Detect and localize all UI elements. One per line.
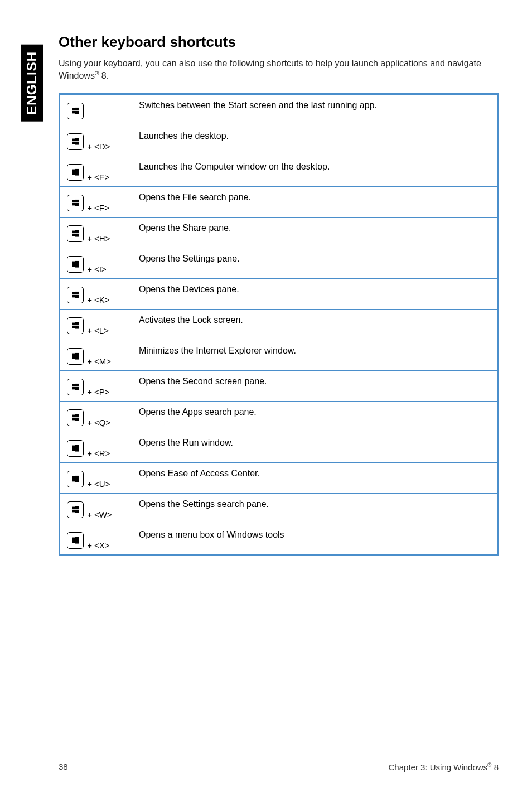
table-row: + <H>Opens the Share pane. xyxy=(60,217,498,248)
shortcut-description-cell: Opens the Settings search pane. xyxy=(132,493,498,524)
svg-rect-9 xyxy=(75,168,79,171)
shortcut-key-suffix: + <H> xyxy=(85,234,110,243)
windows-key-icon xyxy=(67,532,84,549)
svg-rect-28 xyxy=(72,322,75,325)
svg-rect-14 xyxy=(72,202,75,205)
table-row: + <E>Launches the Computer window on the… xyxy=(60,156,498,186)
windows-key-icon xyxy=(67,317,84,334)
shortcut-key-cell: + <F> xyxy=(60,186,132,217)
table-row: + <K>Opens the Devices pane. xyxy=(60,278,498,309)
svg-rect-52 xyxy=(72,506,75,509)
svg-rect-29 xyxy=(75,322,79,325)
svg-rect-55 xyxy=(75,509,79,513)
svg-rect-26 xyxy=(72,294,75,297)
svg-rect-41 xyxy=(75,414,79,417)
shortcut-description-cell: Minimizes the Internet Explorer window. xyxy=(132,340,498,370)
shortcut-key-cell: + <X> xyxy=(60,524,132,555)
svg-rect-13 xyxy=(75,199,79,202)
shortcut-key-suffix: + <I> xyxy=(85,264,107,274)
svg-rect-48 xyxy=(72,476,75,479)
windows-logo-icon xyxy=(72,322,79,328)
shortcut-description-cell: Activates the Lock screen. xyxy=(132,309,498,340)
shortcuts-tbody: Switches between the Start screen and th… xyxy=(60,94,498,555)
windows-logo-icon xyxy=(72,260,79,267)
svg-rect-1 xyxy=(75,107,79,110)
svg-rect-23 xyxy=(75,264,79,267)
table-row: + <I>Opens the Settings pane. xyxy=(60,248,498,278)
shortcut-key-suffix: + <X> xyxy=(85,540,110,550)
svg-rect-51 xyxy=(75,479,79,482)
windows-logo-icon xyxy=(72,414,79,421)
svg-rect-35 xyxy=(75,356,79,359)
windows-logo-icon xyxy=(72,230,79,236)
shortcut-description-cell: Launches the Computer window on the desk… xyxy=(132,156,498,186)
svg-rect-43 xyxy=(75,417,79,421)
svg-rect-37 xyxy=(75,383,79,386)
shortcut-key-suffix: + <F> xyxy=(85,203,109,212)
shortcut-description-cell: Opens the Devices pane. xyxy=(132,278,498,309)
shortcut-description-cell: Opens the Second screen pane. xyxy=(132,370,498,401)
shortcut-key-suffix: + <E> xyxy=(85,172,110,182)
shortcut-key-suffix: + <U> xyxy=(85,479,110,489)
page-footer: 38 Chapter 3: Using Windows® 8 xyxy=(0,758,532,772)
windows-key-icon xyxy=(67,225,84,242)
windows-key-icon xyxy=(67,256,84,273)
windows-logo-icon xyxy=(72,138,79,144)
svg-rect-6 xyxy=(72,141,75,143)
table-row: + <F>Opens the File search pane. xyxy=(60,186,498,217)
shortcut-description-cell: Opens the Share pane. xyxy=(132,217,498,248)
page: ENGLISH Other keyboard shortcuts Using y… xyxy=(0,0,532,802)
svg-rect-54 xyxy=(72,509,75,512)
windows-logo-icon xyxy=(72,506,79,513)
footer-divider xyxy=(59,758,499,758)
shortcut-key-suffix: + <P> xyxy=(85,387,110,397)
shortcuts-table: Switches between the Start screen and th… xyxy=(59,93,499,556)
shortcut-key-cell: + <W> xyxy=(60,493,132,524)
svg-rect-8 xyxy=(72,169,75,172)
page-number: 38 xyxy=(59,762,68,772)
shortcut-description-cell: Launches the desktop. xyxy=(132,125,498,156)
svg-rect-22 xyxy=(72,264,75,267)
svg-rect-4 xyxy=(72,138,75,141)
shortcut-key-suffix: + <R> xyxy=(85,448,110,458)
svg-rect-33 xyxy=(75,352,79,355)
windows-logo-icon xyxy=(72,445,79,451)
shortcut-key-cell: + <Q> xyxy=(60,401,132,432)
table-row: + <U>Opens Ease of Access Center. xyxy=(60,462,498,493)
intro-text: Using your keyboard, you can also use th… xyxy=(59,59,481,80)
shortcut-key-cell xyxy=(60,94,132,125)
svg-rect-38 xyxy=(72,386,75,389)
table-row: + <M>Minimizes the Internet Explorer win… xyxy=(60,340,498,370)
section-heading: Other keyboard shortcuts xyxy=(59,33,499,51)
svg-rect-58 xyxy=(72,540,75,543)
windows-key-icon xyxy=(67,287,84,303)
table-row: + <R>Opens the Run window. xyxy=(60,432,498,462)
svg-rect-46 xyxy=(72,448,75,451)
shortcut-key-suffix: + <L> xyxy=(85,326,109,335)
windows-key-icon xyxy=(67,471,84,487)
svg-rect-25 xyxy=(75,291,79,294)
svg-rect-45 xyxy=(75,445,79,447)
windows-logo-icon xyxy=(72,537,79,543)
shortcut-description-cell: Switches between the Start screen and th… xyxy=(132,94,498,125)
shortcut-key-cell: + <L> xyxy=(60,309,132,340)
shortcut-key-cell: + <H> xyxy=(60,217,132,248)
shortcut-key-cell: + <K> xyxy=(60,278,132,309)
shortcut-key-suffix: + <Q> xyxy=(85,418,110,427)
shortcut-description-cell: Opens the Settings pane. xyxy=(132,248,498,278)
svg-rect-12 xyxy=(72,200,75,202)
svg-rect-40 xyxy=(72,414,75,417)
svg-rect-49 xyxy=(75,475,79,478)
svg-rect-11 xyxy=(75,172,79,175)
svg-rect-17 xyxy=(75,230,79,233)
table-row: + <W>Opens the Settings search pane. xyxy=(60,493,498,524)
svg-rect-44 xyxy=(72,445,75,448)
svg-rect-39 xyxy=(75,386,79,390)
windows-key-icon xyxy=(67,409,84,426)
svg-rect-56 xyxy=(72,537,75,540)
shortcut-description-cell: Opens Ease of Access Center. xyxy=(132,462,498,493)
windows-logo-icon xyxy=(72,199,79,206)
windows-key-icon xyxy=(67,501,84,518)
intro-paragraph: Using your keyboard, you can also use th… xyxy=(59,57,499,82)
svg-rect-2 xyxy=(72,110,75,113)
